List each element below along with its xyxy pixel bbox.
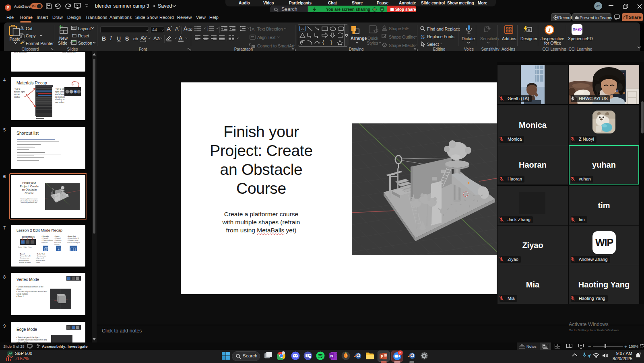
svg-text:J: J — [548, 27, 551, 33]
svg-text:N: N — [330, 354, 333, 358]
svg-text:P: P — [381, 355, 383, 359]
svg-text:P: P — [7, 6, 10, 10]
svg-text:A: A — [421, 35, 424, 39]
svg-text:2: 2 — [399, 351, 401, 355]
svg-text:A: A — [252, 27, 255, 32]
svg-text:3: 3 — [207, 30, 208, 32]
